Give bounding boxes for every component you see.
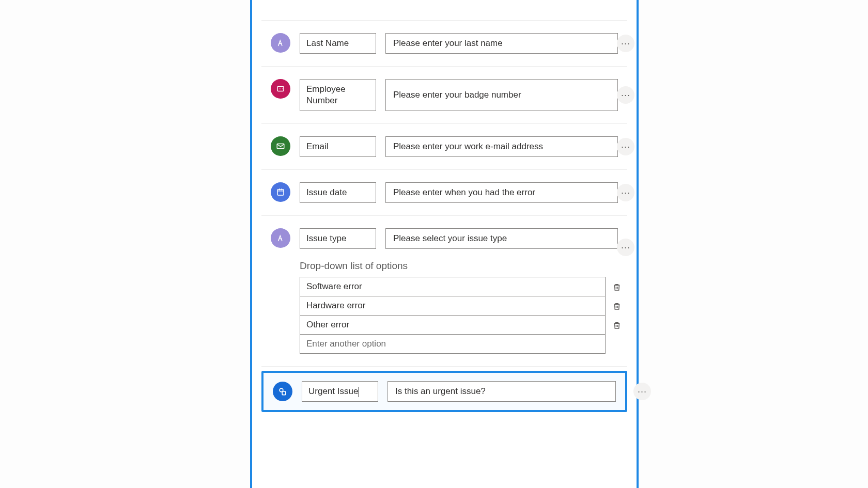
number-type-icon bbox=[271, 79, 290, 99]
more-options-button[interactable]: ··· bbox=[617, 86, 634, 104]
options-list bbox=[300, 277, 606, 354]
field-row-issue-type: Issue type ··· Drop-down list of options bbox=[261, 216, 627, 367]
field-description-input[interactable] bbox=[385, 33, 618, 54]
field-label-input[interactable]: Issue date bbox=[300, 182, 376, 203]
field-row-urgent-issue[interactable]: Urgent Issue ··· bbox=[261, 371, 627, 412]
svg-rect-4 bbox=[282, 391, 286, 395]
new-option-input[interactable] bbox=[300, 335, 605, 353]
field-label-input[interactable]: Email bbox=[300, 136, 376, 157]
field-description-input[interactable] bbox=[385, 79, 618, 111]
field-label-input[interactable]: Employee Number bbox=[300, 79, 376, 111]
email-type-icon bbox=[271, 136, 290, 156]
option-input[interactable] bbox=[300, 277, 605, 296]
field-description-input[interactable] bbox=[385, 228, 618, 249]
more-options-button[interactable]: ··· bbox=[617, 35, 634, 52]
delete-option-button[interactable] bbox=[609, 298, 625, 314]
option-input[interactable] bbox=[300, 316, 605, 335]
more-options-button[interactable]: ··· bbox=[617, 184, 634, 201]
toggle-type-icon bbox=[273, 382, 292, 401]
field-label-input[interactable]: Last Name bbox=[300, 33, 376, 54]
field-label-input[interactable]: Urgent Issue bbox=[302, 381, 378, 402]
text-type-icon bbox=[271, 33, 290, 53]
form-builder-panel: Last Name ··· Employee Number ··· Email … bbox=[250, 0, 639, 488]
text-type-icon bbox=[271, 228, 290, 248]
field-row-last-name: Last Name ··· bbox=[261, 21, 627, 67]
option-row-new bbox=[300, 335, 605, 353]
delete-option-button[interactable] bbox=[609, 318, 625, 333]
option-row bbox=[300, 277, 605, 296]
svg-rect-2 bbox=[277, 190, 284, 195]
field-row-email: Email ··· bbox=[261, 124, 627, 170]
options-title: Drop-down list of options bbox=[300, 260, 618, 272]
field-label-input[interactable]: Issue type bbox=[300, 228, 376, 249]
field-description-input[interactable] bbox=[388, 381, 616, 402]
option-input[interactable] bbox=[300, 296, 605, 316]
option-row bbox=[300, 316, 605, 335]
more-options-button[interactable]: ··· bbox=[617, 239, 634, 256]
option-row bbox=[300, 296, 605, 316]
top-divider bbox=[261, 5, 627, 21]
delete-option-button[interactable] bbox=[609, 279, 625, 295]
more-options-button[interactable]: ··· bbox=[633, 383, 651, 400]
field-row-employee-number: Employee Number ··· bbox=[261, 67, 627, 124]
field-row-issue-date: Issue date ··· bbox=[261, 170, 627, 216]
field-label-text: Urgent Issue bbox=[308, 386, 359, 397]
more-options-button[interactable]: ··· bbox=[617, 138, 634, 155]
dropdown-options-block: Drop-down list of options bbox=[271, 260, 618, 354]
date-type-icon bbox=[271, 182, 290, 202]
field-description-input[interactable] bbox=[385, 136, 618, 157]
field-description-input[interactable] bbox=[385, 182, 618, 203]
